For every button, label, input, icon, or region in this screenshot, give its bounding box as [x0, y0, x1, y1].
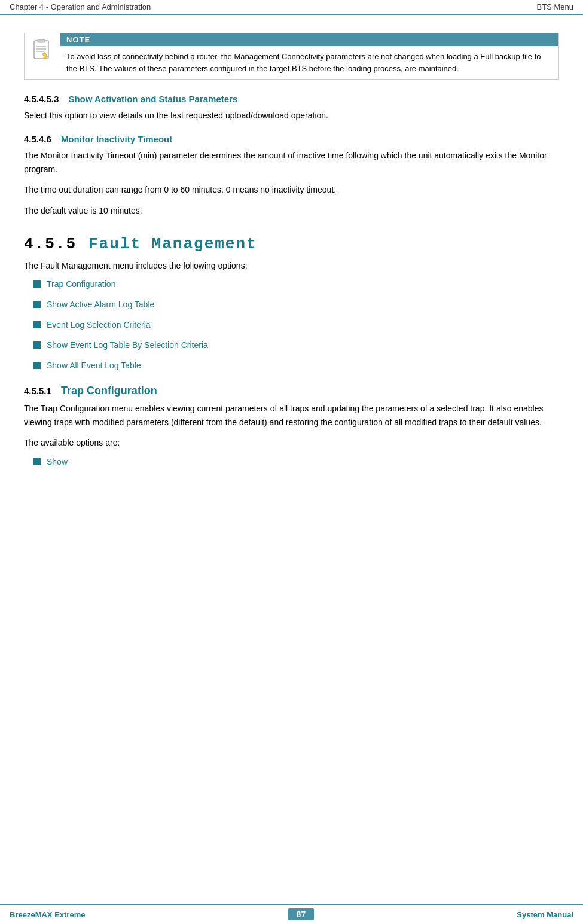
list-item: Show Active Alarm Log Table	[33, 300, 559, 309]
section-4551-header: 4.5.5.1 Trap Configuration	[24, 385, 559, 397]
footer-left: BreezeMAX Extreme	[10, 910, 85, 919]
section-455-header: 4.5.5 Fault Management	[24, 235, 559, 253]
section-4543-num: 4.5.4.5.3	[24, 94, 59, 104]
section-455-bullets: Trap ConfigurationShow Active Alarm Log …	[33, 279, 559, 370]
section-455-num: 4.5.5	[24, 235, 77, 253]
list-item: Show All Event Log Table	[33, 361, 559, 370]
section-4546-title: Monitor Inactivity Timeout	[61, 134, 172, 144]
note-icon-area	[25, 33, 60, 79]
bullet-link[interactable]: Show	[47, 457, 68, 466]
section-4551-bullets: Show	[33, 457, 559, 466]
section-4551-para2: The available options are:	[24, 436, 559, 449]
bullet-link[interactable]: Event Log Selection Criteria	[47, 320, 151, 330]
bullet-icon	[33, 321, 41, 328]
page-header: Chapter 4 - Operation and Administration…	[0, 0, 583, 15]
section-4546-para3: The default value is 10 minutes.	[24, 204, 559, 217]
footer-page-number: 87	[288, 908, 315, 920]
svg-rect-1	[38, 39, 45, 42]
section-4543-header: 4.5.4.5.3 Show Activation and Status Par…	[24, 94, 559, 104]
list-item: Trap Configuration	[33, 279, 559, 289]
list-item: Event Log Selection Criteria	[33, 320, 559, 330]
list-item: Show Event Log Table By Selection Criter…	[33, 340, 559, 350]
bullet-icon	[33, 280, 41, 288]
footer-right: System Manual	[517, 910, 573, 919]
note-icon	[32, 39, 53, 61]
note-text: To avoid loss of connectivity behind a r…	[60, 46, 558, 79]
header-chapter: Chapter 4 - Operation and Administration	[10, 2, 151, 11]
bullet-link[interactable]: Show Active Alarm Log Table	[47, 300, 154, 309]
section-4543-title: Show Activation and Status Parameters	[68, 94, 237, 104]
bullet-icon	[33, 362, 41, 369]
section-4546-para1: The Monitor Inactivity Timeout (min) par…	[24, 149, 559, 176]
section-4551-title: Trap Configuration	[61, 385, 157, 397]
section-4551-para1: The Trap Configuration menu enables view…	[24, 402, 559, 429]
page-footer: BreezeMAX Extreme 87 System Manual	[0, 904, 583, 924]
note-right: NOTE To avoid loss of connectivity behin…	[60, 33, 558, 79]
list-item: Show	[33, 457, 559, 466]
section-455-intro: The Fault Management menu includes the f…	[24, 259, 559, 272]
section-4551-num: 4.5.5.1	[24, 386, 51, 396]
bullet-link[interactable]: Trap Configuration	[47, 279, 115, 289]
note-label: NOTE	[60, 33, 558, 46]
header-section: BTS Menu	[537, 2, 573, 11]
bullet-link[interactable]: Show Event Log Table By Selection Criter…	[47, 340, 208, 350]
section-4546-header: 4.5.4.6 Monitor Inactivity Timeout	[24, 134, 559, 144]
bullet-icon	[33, 458, 41, 465]
section-4543-body: Select this option to view details on th…	[24, 109, 559, 122]
bullet-icon	[33, 341, 41, 349]
bullet-icon	[33, 301, 41, 308]
section-455-title: Fault Management	[88, 235, 257, 253]
bullet-link[interactable]: Show All Event Log Table	[47, 361, 141, 370]
note-box: NOTE To avoid loss of connectivity behin…	[24, 33, 559, 80]
section-4546-num: 4.5.4.6	[24, 134, 51, 144]
main-content: NOTE To avoid loss of connectivity behin…	[0, 15, 583, 501]
section-4546-para2: The time out duration can range from 0 t…	[24, 183, 559, 196]
